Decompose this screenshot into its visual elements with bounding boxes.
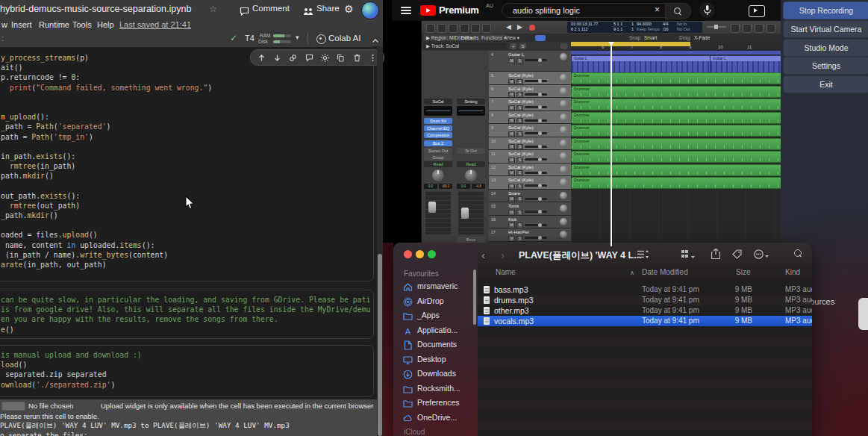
menubar-item-w[interactable]: w [1,20,7,29]
list-editors-button[interactable] [731,24,740,33]
comment-button[interactable]: Comment [252,4,290,13]
sidebar-item-onedrive[interactable]: OneDrive... [393,411,478,426]
mute-button[interactable]: M [508,170,515,176]
drummer-region[interactable]: Drummer [571,164,781,176]
track-row-11[interactable]: 11SoCal (Kyle)MS [489,150,571,164]
comment-icon[interactable] [304,52,314,63]
exit-button[interactable]: Exit [783,75,868,93]
output-slot[interactable]: Stereo Out [424,148,452,154]
plugin-slot[interactable]: Channel EQ [424,125,452,131]
mute-button[interactable]: M [508,210,515,216]
sidebar-item-documents[interactable]: Documents [393,338,478,352]
gpu-badge[interactable]: T4 [245,34,255,43]
link-icon[interactable] [288,52,299,63]
sidebar-item-desktop[interactable]: Desktop [393,353,478,367]
logic-menu-view[interactable]: View ▾ [505,35,519,41]
collapse-chevron-icon[interactable] [372,34,379,47]
logic-menu-edit[interactable]: Edit ▾ [460,35,472,41]
playhead[interactable] [611,42,612,246]
menubar-item-help[interactable]: Help [97,20,114,29]
mute-button[interactable]: M [508,222,515,228]
sidebar-item-rocksmith[interactable]: Rocksmith... [393,382,478,396]
track-pan-knob[interactable] [560,74,567,81]
volume-fader[interactable] [425,191,451,234]
delete-icon[interactable] [352,52,362,63]
track-zoom-button[interactable] [561,43,567,49]
column-date-modified[interactable]: Date Modified [642,268,688,276]
file-row-drums-mp3[interactable]: drums.mp3Today at 9:41 pm9 MBMP3 audi [478,295,812,305]
sidebar-item-preferences[interactable]: Preferences [393,396,478,411]
close-button[interactable] [404,250,412,258]
eq-thumbnail[interactable] [424,106,452,116]
solo-button[interactable]: S [516,236,523,242]
search-input[interactable] [511,4,641,16]
toolbar-button[interactable] [471,24,480,33]
star-icon[interactable]: ☆ [209,4,217,14]
menubar-item-tools[interactable]: Tools [72,20,92,29]
search-icon[interactable] [794,249,802,258]
logic-menu-functions[interactable]: Functions ▾ [481,35,506,41]
play-button[interactable]: ▶ [517,23,522,31]
bounce-button[interactable]: Bnce [457,237,485,243]
eq-thumbnail[interactable] [457,106,485,116]
sidebar-item-airdrop[interactable]: AirDrop [393,295,478,309]
menubar-item-insert[interactable]: Insert [11,20,32,29]
track-row-13[interactable]: 13SoCal (Kyle)MS [489,176,571,190]
track-inspector-label[interactable]: ▶ Track: SoCal [423,43,507,50]
rewind-button[interactable]: ◀ [506,23,511,31]
plugin-slot[interactable]: Compressor [424,132,452,138]
track-pan-knob[interactable] [560,87,567,95]
last-saved-label[interactable]: Last saved at 21:41 [119,20,191,29]
studio-mode-button[interactable]: Studio Mode [783,39,868,57]
track-pan-knob[interactable] [560,205,567,212]
track-pan-knob[interactable] [560,140,567,147]
record-button[interactable] [529,25,535,31]
notebook-title[interactable]: hybrid-demucs-music-source-separation.ip… [0,4,191,14]
column-name[interactable]: Name [496,268,516,276]
audio-region-1[interactable]: Guitar L [571,55,711,73]
solo-button[interactable]: S [516,92,523,98]
bar-ruler[interactable]: 67891011 [571,42,781,51]
strip-name[interactable]: Setting [457,99,485,105]
note-pads-button[interactable] [743,24,752,33]
mute-button[interactable]: M [508,105,515,111]
drummer-region[interactable]: Drummer [571,86,781,98]
solo-button[interactable]: S [516,131,523,137]
track-volume-slider[interactable] [525,211,547,213]
solo-button[interactable]: S [516,144,523,150]
track-row-17[interactable]: 17Hi-Hat/PerMS [489,228,571,242]
track-row-15[interactable]: 15TomsMS [489,202,571,216]
master-volume-slider[interactable] [707,26,726,28]
solo-button[interactable]: S [516,79,523,85]
send-slot[interactable]: Bus 2 [424,140,452,146]
minimize-button[interactable] [416,250,424,258]
track-row-9[interactable]: 9SoCal (Kyle)MS [489,124,571,137]
automation-mode[interactable]: Read [424,161,452,167]
drummer-region[interactable]: Drummer [571,138,781,150]
stop-recording-button[interactable]: Stop Recording [783,1,868,19]
sidebar-item-applicatio[interactable]: AApplicatio... [393,324,478,338]
solo-button[interactable]: S [516,118,523,124]
move-down-icon[interactable] [272,52,283,63]
code-cell-3[interactable]: is manual upload and download :)load() s… [0,345,374,397]
file-row-bass-mp3[interactable]: bass.mp3Today at 9:41 pm9 MBMP3 audi [478,284,812,295]
mute-button[interactable]: M [508,158,515,164]
track-volume-slider[interactable] [525,224,547,226]
track-volume-slider[interactable] [525,93,547,96]
settings-icon[interactable] [320,52,331,63]
mute-button[interactable]: M [508,196,515,202]
back-button[interactable]: ‹ [481,249,485,261]
window-button[interactable] [766,24,775,33]
hamburger-menu-icon[interactable] [401,7,411,14]
sidebar-item-_apps[interactable]: _Apps [393,309,478,323]
output-slot[interactable]: St Out [457,148,485,154]
track-pan-knob[interactable] [560,100,567,108]
list-view-icon[interactable] [637,250,649,260]
code-cell-2[interactable]: can be quite slow, in particular the loa… [0,290,374,339]
code-cell-1[interactable]: y_process_streams(p)ait()p.returncode !=… [0,46,374,281]
track-volume-slider[interactable] [525,119,547,122]
track-pan-knob[interactable] [560,231,567,238]
track-pan-knob[interactable] [560,152,567,160]
solo-button[interactable]: S [516,58,523,64]
colab-ai-button[interactable]: Colab AI [328,34,360,43]
